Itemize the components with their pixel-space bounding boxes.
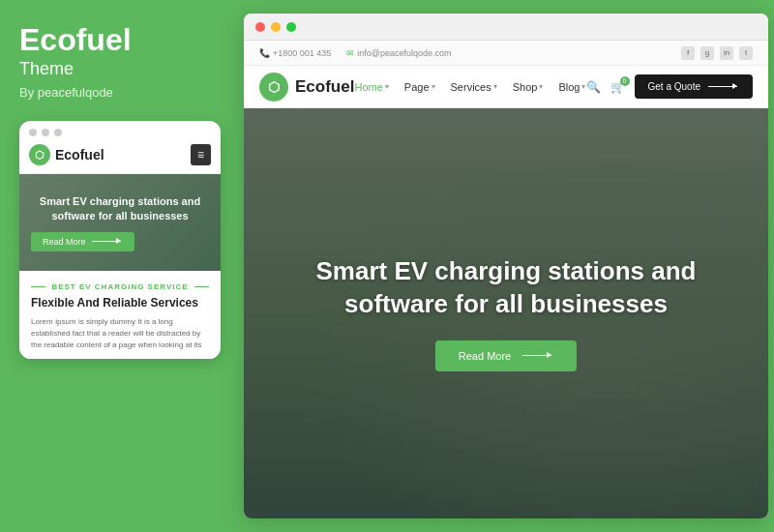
quote-arrow-icon: [708, 86, 737, 87]
theme-title: Ecofuel: [19, 23, 221, 57]
browser-nav: Home ▾ Page ▾ Services ▾ Shop ▾ Blog ▾: [354, 81, 585, 93]
mobile-logo-icon: ⬡: [29, 144, 50, 165]
browser-titlebar: [244, 14, 768, 41]
browser-dot-yellow[interactable]: [271, 22, 281, 32]
mobile-titlebar: [19, 121, 221, 136]
mobile-section: BEST EV CHARGING SERVICE Flexible And Re…: [19, 271, 221, 359]
mobile-section-tag: BEST EV CHARGING SERVICE: [31, 282, 209, 291]
hero-section: Smart EV charging stations and software …: [244, 108, 768, 518]
get-quote-button[interactable]: Get a Quote: [635, 74, 753, 99]
phone-icon: 📞: [259, 48, 270, 58]
browser-topbar: ⬡ Ecofuel Home ▾ Page ▾ Services ▾ Shop …: [244, 66, 768, 108]
mobile-dot-2: [42, 129, 49, 136]
browser-dot-red[interactable]: [255, 22, 265, 32]
nav-item-page[interactable]: Page ▾: [404, 81, 435, 93]
cart-icon[interactable]: 🛒 0: [610, 80, 625, 94]
mobile-read-more-button[interactable]: Read More: [31, 232, 134, 251]
browser-dot-green[interactable]: [286, 22, 296, 32]
google-icon[interactable]: g: [700, 46, 714, 60]
instagram-icon[interactable]: in: [720, 46, 733, 60]
theme-author: By peacefulqode: [19, 85, 221, 100]
mobile-dot-3: [54, 129, 62, 136]
search-icon[interactable]: 🔍: [586, 80, 601, 94]
mobile-hero-title: Smart EV charging stations and software …: [31, 194, 209, 224]
browser-actions: 🔍 🛒 0 Get a Quote: [586, 74, 753, 99]
mobile-logo: ⬡ Ecofuel: [29, 144, 104, 165]
page-chevron-icon: ▾: [432, 82, 435, 91]
section-tag-line-right: [194, 286, 209, 287]
mobile-arrow-icon: [92, 241, 121, 242]
hero-read-more-button[interactable]: Read More: [435, 340, 577, 371]
mobile-section-body: Lorem Ipsum is simply dummy It is a long…: [31, 316, 209, 351]
contact-bar: 📞 +1800 001 435 ✉ info@peacefulqode.com …: [244, 41, 768, 66]
mobile-navbar: ⬡ Ecofuel ≡: [19, 136, 221, 174]
mobile-logo-text: Ecofuel: [55, 147, 104, 163]
cart-badge: 0: [620, 76, 630, 86]
browser-panel: 📞 +1800 001 435 ✉ info@peacefulqode.com …: [244, 14, 768, 518]
services-chevron-icon: ▾: [493, 82, 497, 91]
browser-logo-icon: ⬡: [259, 73, 288, 102]
hero-arrow-icon: [522, 355, 551, 356]
section-tag-line-left: [31, 286, 45, 287]
social-icons: f g in t: [681, 46, 753, 60]
hero-content: Smart EV charging stations and software …: [244, 108, 768, 518]
facebook-icon[interactable]: f: [681, 46, 695, 60]
email-icon: ✉: [346, 48, 354, 58]
contact-phone: 📞 +1800 001 435: [259, 48, 331, 58]
mobile-section-title: Flexible And Reliable Services: [31, 296, 209, 311]
nav-item-shop[interactable]: Shop ▾: [513, 81, 544, 93]
mobile-hero: Smart EV charging stations and software …: [19, 174, 221, 271]
theme-subtitle: Theme: [19, 59, 221, 79]
nav-item-blog[interactable]: Blog ▾: [558, 81, 585, 93]
contact-email: ✉ info@peacefulqode.com: [346, 48, 451, 58]
hero-title: Smart EV charging stations and software …: [303, 255, 709, 321]
home-chevron-icon: ▾: [385, 82, 389, 91]
nav-item-home[interactable]: Home ▾: [354, 81, 388, 93]
nav-item-services[interactable]: Services ▾: [451, 81, 497, 93]
shop-chevron-icon: ▾: [539, 82, 543, 91]
mobile-hero-content: Smart EV charging stations and software …: [31, 194, 209, 251]
twitter-icon[interactable]: t: [739, 46, 753, 60]
left-panel: Ecofuel Theme By peacefulqode ⬡ Ecofuel …: [0, 0, 240, 532]
browser-logo: ⬡ Ecofuel: [259, 73, 354, 102]
mobile-mockup: ⬡ Ecofuel ≡ Smart EV charging stations a…: [19, 121, 221, 359]
browser-logo-text: Ecofuel: [295, 77, 354, 97]
hamburger-button[interactable]: ≡: [191, 144, 211, 165]
mobile-dot-1: [29, 129, 37, 136]
